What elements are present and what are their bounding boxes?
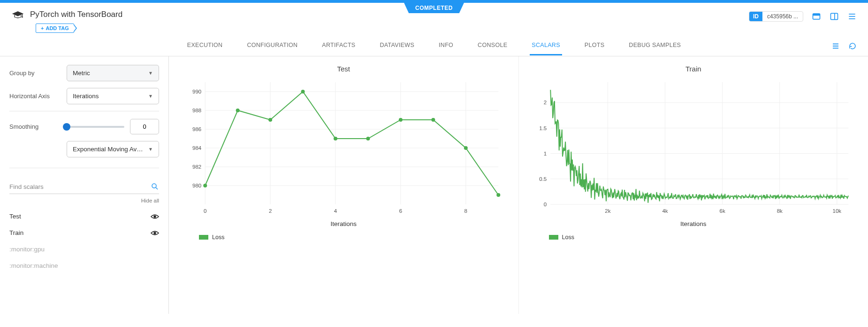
eye-icon[interactable] (151, 230, 159, 236)
svg-point-42 (366, 137, 370, 140)
legend-swatch-icon (549, 235, 558, 240)
slider-thumb[interactable] (63, 123, 70, 131)
scalar-item-label: :monitor:gpu (9, 246, 45, 253)
tab-console[interactable]: CONSOLE (476, 36, 509, 55)
refresh-icon[interactable] (848, 42, 857, 50)
scalar-item[interactable]: Test (9, 208, 159, 225)
legend-label: Loss (212, 234, 224, 241)
chart-legend: Loss (199, 234, 508, 241)
sidebar: Group by Metric ▼ Horizontal Axis Iterat… (0, 56, 169, 314)
svg-text:988: 988 (192, 108, 201, 113)
chart-train[interactable]: 00.511.522k4k6k8k10k (529, 78, 858, 218)
svg-text:2: 2 (543, 100, 546, 105)
scalar-item[interactable]: Train (9, 225, 159, 241)
svg-text:0: 0 (204, 208, 206, 214)
group-by-select[interactable]: Metric ▼ (67, 65, 159, 81)
id-chip[interactable]: ID c435956b ... (749, 11, 803, 22)
chart-title: Train (529, 65, 858, 73)
svg-point-46 (496, 193, 500, 197)
chevron-down-icon: ▼ (148, 70, 153, 76)
tab-info[interactable]: INFO (437, 36, 455, 55)
scalar-item[interactable]: :monitor:machine (9, 257, 159, 274)
smoothing-slider[interactable] (67, 126, 124, 128)
menu-icon[interactable] (847, 12, 857, 21)
header: PyTorch with TensorBoard + ADD TAG ID c4… (0, 3, 868, 36)
smoothing-input[interactable] (130, 119, 159, 134)
app-logo-icon (11, 9, 24, 20)
page-title: PyTorch with TensorBoard (30, 10, 122, 19)
search-input[interactable] (9, 183, 151, 190)
svg-point-0 (22, 16, 23, 18)
svg-text:984: 984 (192, 145, 202, 151)
svg-point-13 (153, 215, 156, 218)
card-icon[interactable] (812, 12, 821, 21)
chevron-down-icon: ▼ (148, 93, 153, 99)
chart-test[interactable]: 98098298498698899002468 (179, 78, 508, 218)
svg-text:4: 4 (334, 208, 337, 214)
chart-panel-train: Train 00.511.522k4k6k8k10k Iterations Lo… (519, 56, 868, 314)
haxis-select[interactable]: Iterations ▼ (67, 88, 159, 104)
scalar-item[interactable]: :monitor:gpu (9, 241, 159, 257)
scalar-item-label: :monitor:machine (9, 262, 58, 269)
group-by-label: Group by (9, 70, 61, 77)
id-chip-label: ID (749, 12, 762, 21)
tab-dataviews[interactable]: DATAVIEWS (378, 36, 417, 55)
tab-configuration[interactable]: CONFIGURATION (245, 36, 299, 55)
hide-all-link[interactable]: Hide all (9, 198, 159, 203)
eye-icon[interactable] (151, 213, 159, 220)
svg-point-44 (431, 118, 435, 122)
svg-text:6: 6 (399, 208, 402, 214)
svg-line-12 (156, 187, 158, 189)
chart-panel-test: Test 98098298498698899002468 Iterations … (169, 56, 519, 314)
legend-label: Loss (562, 234, 574, 241)
svg-point-14 (153, 232, 156, 234)
svg-text:2k: 2k (605, 208, 610, 214)
svg-point-39 (268, 118, 272, 122)
smoothing-label: Smoothing (9, 123, 61, 130)
svg-text:0.5: 0.5 (539, 176, 547, 182)
svg-point-45 (464, 146, 468, 150)
chevron-down-icon: ▼ (148, 147, 153, 152)
tab-artifacts[interactable]: ARTIFACTS (320, 36, 357, 55)
svg-text:982: 982 (192, 164, 201, 170)
svg-point-41 (334, 137, 337, 140)
id-chip-value: c435956b ... (762, 12, 803, 21)
tab-plots[interactable]: PLOTS (583, 36, 607, 55)
tab-scalars[interactable]: SCALARS (530, 36, 562, 55)
legend-swatch-icon (199, 235, 208, 240)
svg-text:1: 1 (543, 151, 546, 156)
plus-icon: + (41, 25, 44, 31)
haxis-value: Iterations (73, 93, 99, 100)
scalar-item-label: Test (9, 213, 21, 220)
svg-text:4k: 4k (662, 208, 668, 214)
search-icon[interactable] (151, 182, 159, 191)
panel-split-icon[interactable] (830, 12, 839, 21)
svg-text:6k: 6k (719, 208, 725, 214)
list-view-icon[interactable] (831, 42, 840, 50)
chart-title: Test (179, 65, 508, 73)
tab-debug-samples[interactable]: DEBUG SAMPLES (627, 36, 683, 55)
svg-point-43 (399, 118, 403, 122)
add-tag-button[interactable]: + ADD TAG (36, 23, 74, 33)
chart-xlabel: Iterations (529, 220, 858, 227)
svg-text:1.5: 1.5 (539, 125, 547, 131)
svg-text:980: 980 (192, 183, 201, 188)
svg-text:10k: 10k (832, 208, 841, 214)
chart-xlabel: Iterations (179, 220, 508, 227)
svg-text:2: 2 (269, 208, 272, 214)
tab-execution[interactable]: EXECUTION (185, 36, 225, 55)
svg-rect-2 (813, 14, 820, 16)
smoothing-algo-select[interactable]: Exponential Moving Av… ▼ (67, 141, 159, 157)
svg-text:8k: 8k (777, 208, 782, 214)
smoothing-algo-value: Exponential Moving Av… (73, 146, 143, 153)
svg-text:990: 990 (192, 89, 201, 94)
svg-text:8: 8 (464, 208, 467, 214)
svg-point-40 (301, 90, 305, 93)
svg-point-11 (152, 184, 156, 188)
tabs-row: EXECUTIONCONFIGURATIONARTIFACTSDATAVIEWS… (0, 36, 868, 56)
svg-point-38 (236, 109, 240, 112)
chart-legend: Loss (549, 234, 858, 241)
svg-text:0: 0 (543, 202, 546, 207)
haxis-label: Horizontal Axis (9, 93, 61, 100)
scalar-item-label: Train (9, 229, 23, 236)
